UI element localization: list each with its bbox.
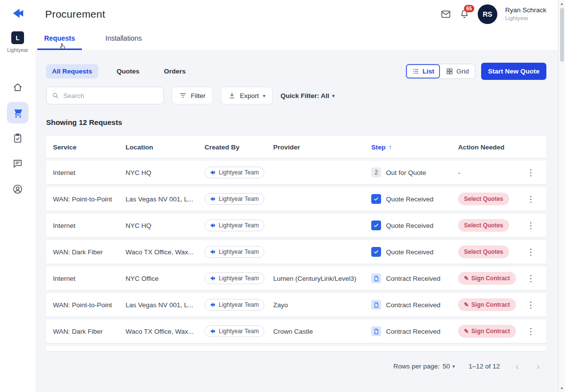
cell-created-by: Lightyear Team [205, 325, 273, 337]
mail-icon [440, 9, 451, 20]
row-menu-button[interactable]: ⋮ [524, 219, 538, 232]
sidebar-item-home[interactable] [7, 76, 28, 98]
cell-service: WAN: Point-to-Point [53, 196, 126, 203]
sidebar-item-tasks[interactable] [7, 127, 28, 149]
action-pill[interactable]: ✎Sign Contract [458, 272, 516, 285]
action-pill[interactable]: Select Quotes [458, 219, 509, 232]
action-pill[interactable]: ✎Sign Contract [458, 298, 516, 311]
cell-service: WAN: Dark Fiber [53, 248, 126, 256]
sidebar-item-messages[interactable] [7, 153, 28, 174]
scroll-down-arrow[interactable]: ▼ [559, 387, 565, 390]
created-by-label: Lightyear Team [219, 196, 259, 202]
cell-action-needed: ✎Sign Contract [458, 298, 524, 311]
main-panel: Procurement 65 RS Ryan Schrack Lightyear… [35, 0, 558, 392]
created-by-chip: Lightyear Team [205, 167, 264, 178]
table-row[interactable]: WAN: Dark FiberWaco TX Office, Wax...Lig… [46, 319, 546, 343]
action-pill[interactable]: Select Quotes [458, 245, 509, 258]
cell-created-by: Lightyear Team [205, 220, 273, 231]
column-action-needed[interactable]: Action Needed [458, 144, 524, 151]
table-row[interactable]: InternetNYC OfficeLightyear TeamLumen (C… [46, 267, 546, 290]
search-input[interactable] [63, 92, 158, 99]
cell-step: Contract Received [371, 273, 458, 283]
previous-page-button[interactable]: ‹ [514, 362, 520, 371]
controls-row: All Requests Quotes Orders List Grid [46, 63, 546, 80]
column-created-by[interactable]: Created By [205, 144, 273, 151]
row-menu-button[interactable]: ⋮ [524, 192, 538, 206]
lightyear-logo-icon[interactable] [10, 6, 25, 21]
created-by-label: Lightyear Team [219, 275, 259, 282]
action-pill[interactable]: Select Quotes [458, 193, 509, 205]
action-none: - [458, 169, 461, 176]
lightyear-logo-icon [209, 301, 216, 308]
filter-button[interactable]: Filter [172, 87, 213, 104]
cell-step: Quote Received [371, 247, 458, 257]
user-avatar[interactable]: RS [478, 4, 497, 24]
sidebar-item-account[interactable] [7, 178, 28, 200]
export-button[interactable]: Export ▾ [221, 87, 273, 104]
list-view-button[interactable]: List [406, 64, 440, 78]
quote-received-icon [371, 220, 381, 230]
cell-step: 2Out for Quote [371, 168, 458, 177]
mail-button[interactable] [440, 9, 451, 20]
cell-action-needed: Select Quotes [458, 219, 524, 232]
row-menu-button[interactable]: ⋮ [524, 298, 538, 312]
cell-action-needed: Select Quotes [458, 245, 524, 258]
column-service[interactable]: Service [53, 144, 126, 151]
notifications-button[interactable]: 65 [459, 9, 470, 20]
filter-icon [179, 92, 187, 99]
notification-count-badge: 65 [464, 5, 474, 12]
quick-filter-button[interactable]: Quick Filter: All ▾ [281, 92, 334, 99]
action-pill[interactable]: ✎Sign Contract [458, 325, 516, 338]
scroll-up-arrow[interactable]: ▲ [559, 2, 565, 5]
cell-provider: Crown Castle [273, 328, 371, 335]
app-window: L Lightyear Procurement [0, 0, 565, 392]
subtab-all-requests[interactable]: All Requests [46, 64, 98, 78]
table-row[interactable]: WAN: Dark FiberWaco TX Office, Wax...Lig… [46, 240, 546, 264]
rows-per-page-label: Rows per page: [393, 363, 440, 370]
chevron-down-icon: ▾ [453, 364, 455, 369]
subtab-quotes[interactable]: Quotes [111, 64, 146, 78]
next-page-button[interactable]: › [535, 362, 541, 371]
column-step-sorted[interactable]: Step↑ [371, 144, 458, 151]
row-menu-button[interactable]: ⋮ [524, 245, 538, 259]
table-row[interactable]: WAN: Point-to-PointLas Vegas NV 001, L..… [46, 293, 546, 317]
tab-installations[interactable]: Installations [99, 30, 149, 50]
column-provider[interactable]: Provider [273, 144, 371, 151]
cell-action-needed: Select Quotes [458, 193, 524, 205]
sidebar-item-procurement[interactable] [7, 102, 28, 123]
vertical-scrollbar[interactable]: ▲ ▼ [558, 0, 565, 392]
org-avatar[interactable]: L [11, 31, 24, 44]
table-row[interactable]: InternetNYC HQLightyear Team2Out for Quo… [46, 161, 546, 184]
start-new-quote-button[interactable]: Start New Quote [481, 63, 546, 80]
rows-per-page-select[interactable]: 50 ▾ [442, 363, 455, 370]
table-body: InternetNYC HQLightyear Team2Out for Quo… [46, 161, 546, 343]
column-location[interactable]: Location [126, 144, 205, 151]
user-info: Ryan Schrack Lightyear [505, 6, 546, 22]
created-by-chip: Lightyear Team [205, 299, 264, 311]
chevron-down-icon: ▾ [332, 93, 334, 98]
rows-per-page: Rows per page: 50 ▾ [393, 363, 455, 370]
grid-view-button[interactable]: Grid [440, 64, 475, 78]
created-by-label: Lightyear Team [219, 248, 259, 255]
results-summary: Showing 12 Requests [46, 118, 546, 126]
subtab-orders[interactable]: Orders [158, 64, 191, 78]
table-row[interactable]: WAN: Point-to-PointLas Vegas NV 001, L..… [46, 187, 546, 211]
step-label: Contract Received [386, 275, 440, 282]
cell-step: Quote Received [371, 194, 458, 204]
scrollbar-thumb[interactable] [560, 8, 564, 62]
lightyear-logo-icon [209, 248, 216, 255]
cell-location: NYC Office [126, 275, 205, 282]
cell-service: WAN: Point-to-Point [53, 301, 126, 309]
clipboard-check-icon [12, 133, 23, 144]
cell-location: Las Vegas NV 001, L... [126, 301, 205, 309]
row-menu-button[interactable]: ⋮ [524, 324, 538, 338]
table-row[interactable]: InternetNYC HQLightyear TeamQuote Receiv… [46, 214, 546, 237]
contract-doc-icon [371, 326, 381, 336]
account-icon [12, 184, 23, 195]
row-menu-button[interactable]: ⋮ [524, 166, 538, 179]
created-by-chip: Lightyear Team [205, 193, 264, 205]
row-menu-button[interactable]: ⋮ [524, 271, 538, 285]
step-label: Out for Quote [386, 169, 426, 176]
cell-created-by: Lightyear Team [205, 246, 273, 258]
home-icon [12, 82, 23, 93]
